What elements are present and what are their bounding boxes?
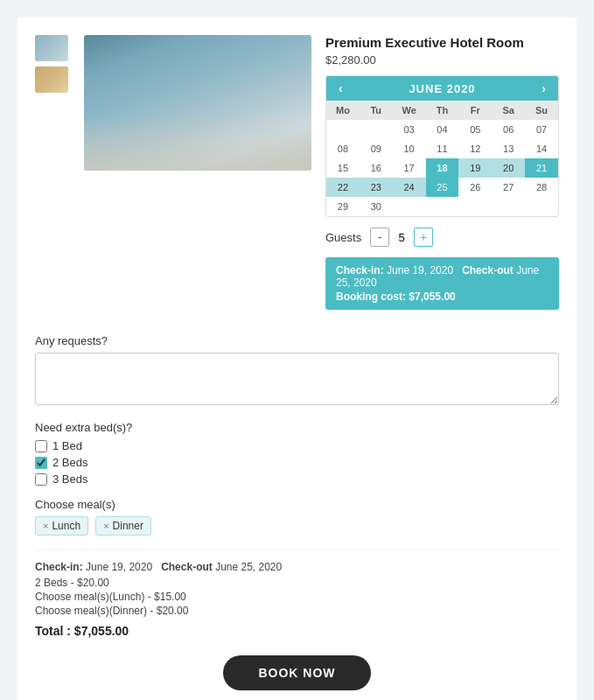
cal-cell-3-2[interactable]: 24	[393, 178, 426, 197]
meal-tag-dinner[interactable]: × Dinner	[95, 516, 151, 536]
cal-dayname-tu: Tu	[360, 101, 393, 120]
extra-beds-section: Need extra bed(s)? 1 Bed 2 Beds 3 Beds	[35, 421, 559, 486]
breakdown-lunch: Choose meal(s)(Lunch) - $15.00	[35, 591, 559, 603]
cal-cell-3-5[interactable]: 27	[492, 178, 525, 197]
book-now-button[interactable]: BOOK NOW	[223, 655, 370, 690]
book-button-wrapper: BOOK NOW	[35, 655, 559, 690]
room-price: $2,280.00	[325, 53, 559, 66]
checkout-label: Check-out	[462, 264, 514, 276]
booking-summary-box: Check-in: June 19, 2020 Check-out June 2…	[325, 257, 559, 310]
bed2-checkbox[interactable]	[35, 457, 47, 469]
bed2-label: 2 Beds	[52, 456, 87, 469]
cal-cell-2-0[interactable]: 15	[326, 158, 360, 178]
meal-tag-lunch[interactable]: × Lunch	[35, 516, 88, 536]
cal-cell-3-6[interactable]: 28	[525, 178, 558, 197]
cal-cell-0-1	[360, 120, 393, 139]
cal-month-label: JUNE 2020	[409, 82, 475, 95]
cal-cell-0-6[interactable]: 07	[525, 120, 558, 139]
guests-minus-button[interactable]: -	[370, 228, 389, 247]
cal-cell-4-3	[426, 197, 459, 216]
cal-cell-4-4	[458, 197, 492, 216]
cost-breakdown-section: Check-in: June 19, 2020 Check-out June 2…	[35, 550, 559, 638]
guests-row: Guests - 5 +	[325, 228, 559, 247]
cal-dayname-mo: Mo	[326, 101, 360, 120]
cal-cell-4-2	[393, 197, 426, 216]
meal-lunch-label: Lunch	[52, 520, 80, 532]
top-section: Premium Executive Hotel Room $2,280.00 ‹…	[35, 35, 559, 322]
bed1-label: 1 Bed	[52, 439, 82, 452]
calendar-header: ‹ JUNE 2020 ›	[326, 76, 558, 101]
total-label: Total :	[35, 624, 71, 638]
bed-option-1: 1 Bed	[35, 439, 559, 452]
thumbnail-list	[35, 35, 70, 322]
cal-dayname-fr: Fr	[458, 101, 492, 120]
calendar: ‹ JUNE 2020 › Mo Tu We Th Fr Sa Su 03040…	[325, 75, 559, 217]
cal-cell-0-3[interactable]: 04	[426, 120, 459, 139]
cal-cell-0-5[interactable]: 06	[492, 120, 525, 139]
meal-dinner-remove-icon[interactable]: ×	[103, 521, 108, 531]
cal-next-button[interactable]: ›	[538, 81, 549, 95]
thumbnail-1[interactable]	[35, 35, 68, 61]
guests-label: Guests	[325, 231, 361, 244]
cal-cell-1-2[interactable]: 10	[393, 139, 426, 158]
cal-cell-1-5[interactable]: 13	[492, 139, 525, 158]
cal-cell-1-0[interactable]: 08	[326, 139, 360, 158]
guests-count: 5	[395, 231, 409, 244]
checkin-date: June 19, 2020	[387, 264, 453, 276]
extra-beds-label: Need extra bed(s)?	[35, 421, 559, 434]
bed3-label: 3 Beds	[52, 472, 87, 486]
breakdown-checkin-label: Check-in:	[35, 561, 83, 573]
cal-cell-0-4[interactable]: 05	[458, 120, 492, 139]
main-hotel-image	[84, 35, 311, 171]
cal-cell-0-0	[326, 120, 360, 139]
cal-week-2: 15161718192021	[326, 158, 558, 178]
bed3-checkbox[interactable]	[35, 473, 47, 486]
cal-cell-3-0[interactable]: 22	[326, 178, 360, 197]
breakdown-dinner: Choose meal(s)(Dinner) - $20.00	[35, 605, 559, 617]
total-line: Total : $7,055.00	[35, 624, 559, 638]
cal-cell-1-4[interactable]: 12	[458, 139, 492, 158]
cal-cell-2-1[interactable]: 16	[360, 158, 393, 178]
booking-panel: Premium Executive Hotel Room $2,280.00 ‹…	[325, 35, 559, 322]
breakdown-checkout-date: June 25, 2020	[215, 561, 282, 573]
total-value: $7,055.00	[74, 624, 129, 638]
cal-cell-1-3[interactable]: 11	[426, 139, 459, 158]
cal-cell-2-5[interactable]: 20	[492, 158, 525, 178]
requests-label: Any requests?	[35, 334, 559, 347]
breakdown-checkin-date: June 19, 2020	[86, 561, 152, 573]
main-container: Premium Executive Hotel Room $2,280.00 ‹…	[17, 18, 577, 700]
cal-dayname-we: We	[393, 101, 426, 120]
cal-cell-2-2[interactable]: 17	[393, 158, 426, 178]
cal-cell-2-3[interactable]: 18	[426, 158, 459, 178]
thumbnail-2[interactable]	[35, 66, 68, 93]
cal-cell-1-6[interactable]: 14	[525, 139, 558, 158]
room-title: Premium Executive Hotel Room	[325, 35, 559, 50]
cal-week-1: 08091011121314	[326, 139, 558, 158]
cal-prev-button[interactable]: ‹	[335, 81, 346, 95]
cal-cell-2-4[interactable]: 19	[458, 158, 492, 178]
cost-value: $7,055.00	[409, 290, 455, 303]
cal-cell-4-0[interactable]: 29	[326, 197, 360, 216]
cal-cell-4-1[interactable]: 30	[360, 197, 393, 216]
bed1-checkbox[interactable]	[35, 440, 47, 452]
cal-cell-3-4[interactable]: 26	[458, 178, 492, 197]
cal-week-3: 22232425262728	[326, 178, 558, 197]
requests-textarea[interactable]	[35, 353, 559, 405]
cal-cell-4-6	[525, 197, 558, 216]
meal-lunch-remove-icon[interactable]: ×	[43, 521, 48, 531]
cost-label: Booking cost:	[336, 290, 406, 303]
meals-tags: × Lunch × Dinner	[35, 516, 559, 536]
booking-checkin-line: Check-in: June 19, 2020 Check-out June 2…	[336, 264, 549, 289]
cal-dayname-sa: Sa	[492, 101, 525, 120]
cal-week-4: 2930	[326, 197, 558, 216]
breakdown-checkout-label: Check-out	[161, 561, 213, 573]
cal-grid: 0304050607080910111213141516171819202122…	[326, 120, 558, 216]
cal-cell-3-3[interactable]: 25	[426, 178, 459, 197]
guests-control: - 5 +	[370, 228, 433, 247]
guests-plus-button[interactable]: +	[414, 228, 433, 247]
cal-cell-0-2[interactable]: 03	[393, 120, 426, 139]
cal-cell-3-1[interactable]: 23	[360, 178, 393, 197]
cal-cell-1-1[interactable]: 09	[360, 139, 393, 158]
bed-option-2: 2 Beds	[35, 456, 559, 469]
cal-cell-2-6[interactable]: 21	[525, 158, 558, 178]
